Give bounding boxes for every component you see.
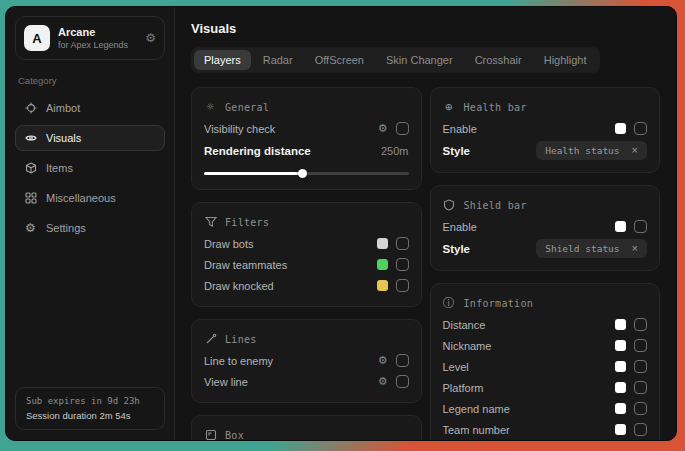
color-swatch[interactable] <box>377 238 388 249</box>
color-swatch[interactable] <box>615 221 626 232</box>
row-label: Level <box>443 361 469 373</box>
app-subtitle: for Apex Legends <box>58 40 137 50</box>
color-swatch[interactable] <box>615 340 626 351</box>
information-card-header: ⓘ Information <box>443 292 648 314</box>
draw-knocked-checkbox[interactable] <box>396 279 409 292</box>
legend-name-row: Legend name <box>443 398 648 419</box>
row-controls <box>615 381 647 394</box>
health-bar-card-header: ⊕ Health bar <box>443 96 648 118</box>
shield-enable-row: Enable <box>443 216 648 237</box>
rendering-distance-row: Rendering distance 250m <box>204 139 409 162</box>
draw-bots-checkbox[interactable] <box>396 237 409 250</box>
tab-highlight[interactable]: Highlight <box>534 50 597 70</box>
row-label: Visibility check <box>204 123 275 135</box>
clear-icon[interactable]: × <box>632 145 638 156</box>
information-card: ⓘ Information Distance Nickname <box>430 283 661 440</box>
tab-offscreen[interactable]: OffScreen <box>305 50 374 70</box>
color-swatch[interactable] <box>615 361 626 372</box>
team-number-checkbox[interactable] <box>634 423 647 436</box>
grid-icon <box>24 192 37 205</box>
row-label: Draw knocked <box>204 280 274 292</box>
shield-enable-checkbox[interactable] <box>634 220 647 233</box>
tab-players[interactable]: Players <box>194 50 251 70</box>
rendering-distance-slider[interactable] <box>204 167 409 179</box>
color-swatch[interactable] <box>377 259 388 270</box>
row-controls <box>615 122 647 135</box>
subscription-info-card: Sub expires in 9d 23h Session duration 2… <box>15 387 165 430</box>
sun-icon: ☼ <box>204 101 217 113</box>
color-swatch[interactable] <box>615 382 626 393</box>
box-card-header: Box <box>204 424 409 440</box>
platform-checkbox[interactable] <box>634 381 647 394</box>
selected-option: Shield status <box>545 243 619 254</box>
cube-icon <box>24 162 37 175</box>
filters-card-header: Filters <box>204 211 409 233</box>
row-controls <box>615 402 647 415</box>
color-swatch[interactable] <box>615 424 626 435</box>
row-label: Draw bots <box>204 238 254 250</box>
nickname-checkbox[interactable] <box>634 339 647 352</box>
lines-card: Lines Line to enemy ⚙ View line ⚙ <box>191 319 422 403</box>
legend-name-checkbox[interactable] <box>634 402 647 415</box>
color-swatch[interactable] <box>615 319 626 330</box>
settings-columns: ☼ General Visibility check ⚙ Rendering d… <box>191 87 660 440</box>
row-label: Style <box>443 145 471 157</box>
visibility-check-checkbox[interactable] <box>396 122 409 135</box>
platform-row: Platform <box>443 377 648 398</box>
row-label: Enable <box>443 123 477 135</box>
option-gear-icon[interactable]: ⚙ <box>378 376 388 387</box>
distance-checkbox[interactable] <box>634 318 647 331</box>
row-controls <box>615 318 647 331</box>
sidebar-item-visuals[interactable]: Visuals <box>15 125 165 151</box>
session-duration-text: Session duration 2m 54s <box>26 410 154 421</box>
row-controls <box>615 360 647 373</box>
card-title: General <box>225 102 269 113</box>
card-title: Lines <box>225 334 257 345</box>
row-controls <box>615 423 647 436</box>
health-style-row: Style Health status × <box>443 139 648 162</box>
sidebar-item-settings[interactable]: ⚙ Settings <box>15 215 165 241</box>
row-label: Rendering distance <box>204 145 311 157</box>
view-line-checkbox[interactable] <box>396 375 409 388</box>
visibility-check-row: Visibility check ⚙ <box>204 118 409 139</box>
color-swatch[interactable] <box>615 123 626 134</box>
app-name: Arcane <box>58 26 137 38</box>
level-row: Level <box>443 356 648 377</box>
health-enable-checkbox[interactable] <box>634 122 647 135</box>
slider-thumb[interactable] <box>298 169 307 178</box>
color-swatch[interactable] <box>615 403 626 414</box>
tab-skin-changer[interactable]: Skin Changer <box>376 50 463 70</box>
shield-bar-card: Shield bar Enable Style Shield status <box>430 185 661 271</box>
sidebar-item-label: Settings <box>46 222 86 234</box>
tab-radar[interactable]: Radar <box>253 50 303 70</box>
shield-bar-card-header: Shield bar <box>443 194 648 216</box>
crosshair-icon <box>24 102 37 115</box>
shield-style-select[interactable]: Shield status × <box>536 239 647 258</box>
tab-crosshair[interactable]: Crosshair <box>465 50 532 70</box>
sidebar-item-miscellaneous[interactable]: Miscellaneous <box>15 185 165 211</box>
sidebar-item-items[interactable]: Items <box>15 155 165 181</box>
card-title: Health bar <box>464 102 527 113</box>
sidebar-item-aimbot[interactable]: Aimbot <box>15 95 165 121</box>
app-meta: Arcane for Apex Legends <box>58 26 137 50</box>
draw-teammates-checkbox[interactable] <box>396 258 409 271</box>
distance-row: Distance <box>443 314 648 335</box>
row-label: Legend name <box>443 403 510 415</box>
line-to-enemy-checkbox[interactable] <box>396 354 409 367</box>
gear-icon: ⚙ <box>24 222 37 235</box>
sidebar-settings-icon[interactable]: ⚙ <box>145 32 156 44</box>
health-style-select[interactable]: Health status × <box>536 141 647 160</box>
box-icon <box>204 429 217 440</box>
selected-option: Health status <box>545 145 619 156</box>
sidebar-item-label: Visuals <box>46 132 81 144</box>
option-gear-icon[interactable]: ⚙ <box>378 355 388 366</box>
box-card: Box Enable Enable background <box>191 415 422 440</box>
color-swatch[interactable] <box>377 280 388 291</box>
level-checkbox[interactable] <box>634 360 647 373</box>
option-gear-icon[interactable]: ⚙ <box>378 123 388 134</box>
tab-bar: Players Radar OffScreen Skin Changer Cro… <box>191 47 600 73</box>
category-label: Category <box>18 75 162 86</box>
shield-style-row: Style Shield status × <box>443 237 648 260</box>
clear-icon[interactable]: × <box>632 243 638 254</box>
sidebar-item-label: Aimbot <box>46 102 80 114</box>
